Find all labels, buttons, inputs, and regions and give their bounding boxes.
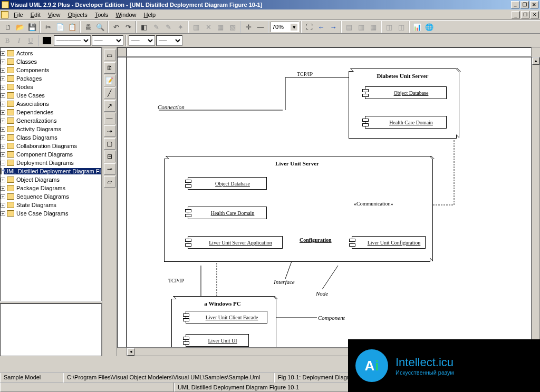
tree-item[interactable]: +Associations: [1, 100, 101, 108]
line-tool[interactable]: ╱: [104, 87, 115, 99]
tree-item[interactable]: UML Distilled Deployment Diagram Figure …: [1, 167, 101, 175]
tree-item[interactable]: +Sequence Diagrams: [1, 192, 101, 201]
crosshair-tool[interactable]: ✛: [243, 21, 254, 33]
menu-help[interactable]: Help: [140, 11, 160, 19]
cut-button[interactable]: ✂: [42, 21, 54, 33]
tree-item[interactable]: +Components: [1, 66, 101, 74]
component-health-care-domain-2[interactable]: Health Care Domain: [188, 207, 267, 219]
tree-item[interactable]: +Nodes: [1, 83, 101, 91]
line-color-swatch[interactable]: [43, 37, 51, 44]
tree-item[interactable]: +Component Diagrams: [1, 150, 101, 159]
line-style-select[interactable]: ──────: [54, 35, 91, 46]
align-3[interactable]: ▦: [368, 21, 379, 33]
group-2[interactable]: ◫: [396, 21, 407, 33]
component-liver-unit-client-facade[interactable]: Liver Unit Client Facade: [186, 311, 267, 324]
arrow-start-select[interactable]: ──: [129, 35, 155, 46]
minus-tool[interactable]: —: [255, 21, 266, 33]
menu-window[interactable]: Window: [112, 11, 140, 19]
mdi-minimize-button[interactable]: _: [512, 11, 520, 18]
underline-button[interactable]: U: [25, 35, 36, 46]
tree-item[interactable]: +Classes: [1, 57, 101, 66]
mdi-restore-button[interactable]: ❐: [521, 11, 529, 18]
tool-8[interactable]: ▧: [227, 21, 238, 33]
tree-item[interactable]: +State Diagrams: [1, 201, 101, 209]
bold-button[interactable]: B: [2, 35, 13, 46]
component-health-care-domain-1[interactable]: Health Care Domain: [365, 116, 447, 129]
align-2[interactable]: ▥: [355, 21, 367, 33]
new-button[interactable]: 🗋: [2, 21, 14, 33]
menu-tools[interactable]: Tools: [91, 11, 112, 19]
copy-button[interactable]: 📄: [54, 21, 66, 33]
component-liver-unit-configuration[interactable]: Liver Unit Configuration: [352, 236, 426, 249]
tree-item[interactable]: +Packages: [1, 74, 101, 83]
node-diabetes-unit-server[interactable]: Diabetes Unit Server Object Database Hea…: [349, 71, 457, 139]
select-tool[interactable]: ▭: [104, 50, 115, 61]
component-object-database-2[interactable]: Object Database: [188, 177, 267, 190]
package-tool[interactable]: ▱: [104, 176, 115, 188]
align-1[interactable]: ▤: [343, 21, 355, 33]
chart-button[interactable]: 📊: [411, 21, 423, 33]
scrollbar-vertical[interactable]: ▴ ▾: [532, 57, 540, 348]
node-tool[interactable]: ▢: [104, 138, 115, 150]
watermark-logo-icon: Ai: [355, 349, 388, 382]
dependency-tool[interactable]: ⇢: [104, 125, 115, 137]
connector-tool[interactable]: —: [104, 113, 115, 124]
arrow-end-select[interactable]: ──: [156, 35, 182, 46]
nav-next-button[interactable]: →: [327, 21, 339, 33]
tree-item[interactable]: +Package Diagrams: [1, 184, 101, 192]
component-liver-unit-server-application[interactable]: Liver Unit Server Application: [188, 236, 283, 249]
menu-file[interactable]: FFileile: [10, 11, 27, 19]
mdi-close-button[interactable]: ✕: [531, 11, 539, 18]
interface-tool[interactable]: ⊸: [104, 163, 115, 175]
zoom-combo[interactable]: 70%▾: [271, 22, 299, 32]
tree-item[interactable]: +Use Cases: [1, 91, 101, 100]
tree-item[interactable]: +Actors: [1, 49, 101, 57]
tool-4[interactable]: ✦: [175, 21, 186, 33]
tool-2[interactable]: ✎: [150, 21, 162, 33]
ruler-vertical: [117, 57, 127, 348]
minimize-button[interactable]: _: [511, 1, 519, 8]
zoom-fit-button[interactable]: ⛶: [303, 21, 315, 33]
model-tree[interactable]: +Actors+Classes+Components+Packages+Node…: [0, 47, 102, 301]
text-tool[interactable]: 📝: [104, 75, 115, 86]
close-button[interactable]: ✕: [530, 1, 538, 8]
tree-item[interactable]: +Class Diagrams: [1, 133, 101, 142]
tool-5[interactable]: ▥: [190, 21, 202, 33]
maximize-button[interactable]: ❐: [520, 1, 529, 8]
open-button[interactable]: 📂: [14, 21, 26, 33]
tree-item[interactable]: +Use Case Diagrams: [1, 209, 101, 218]
print-preview-button[interactable]: 🔍: [94, 21, 106, 33]
tree-item[interactable]: +Activity Diagrams: [1, 125, 101, 133]
arrow-tool[interactable]: ↗: [104, 100, 115, 112]
group-1[interactable]: ◫: [383, 21, 395, 33]
component-tool[interactable]: ⊟: [104, 151, 115, 162]
italic-button[interactable]: I: [14, 35, 24, 46]
tree-item[interactable]: +Object Diagrams: [1, 175, 101, 184]
node-liver-unit-server[interactable]: Liver Unit Server Object Database Health…: [164, 159, 430, 262]
globe-button[interactable]: 🌐: [423, 21, 435, 33]
paste-button[interactable]: 📋: [66, 21, 78, 33]
tree-item[interactable]: +Collaboration Diagrams: [1, 142, 101, 150]
tool-7[interactable]: ▦: [215, 21, 226, 33]
nav-prev-button[interactable]: ←: [315, 21, 327, 33]
tool-6[interactable]: ✕: [202, 21, 214, 33]
component-liver-unit-ui[interactable]: Liver Unit UI: [186, 334, 249, 347]
menu-objects[interactable]: Objects: [64, 11, 91, 19]
print-button[interactable]: 🖶: [82, 21, 94, 33]
save-button[interactable]: 💾: [26, 21, 38, 33]
node-title: a Windows PC: [172, 299, 273, 309]
diagram-canvas[interactable]: TCP/IP Connection Diabetes Unit Server O…: [127, 57, 532, 348]
menu-view[interactable]: View: [44, 11, 64, 19]
menu-edit[interactable]: Edit: [27, 11, 44, 19]
line-weight-select[interactable]: ──: [92, 35, 123, 46]
tool-1[interactable]: ◧: [138, 21, 150, 33]
node-windows-pc[interactable]: a Windows PC Liver Unit Client Facade Li…: [171, 299, 274, 348]
tree-item[interactable]: −Deployment Diagrams: [1, 159, 101, 167]
note-tool[interactable]: 🗎: [104, 62, 115, 74]
redo-button[interactable]: ↷: [122, 21, 134, 33]
tree-item[interactable]: +Dependencies: [1, 108, 101, 116]
undo-button[interactable]: ↶: [110, 21, 122, 33]
tool-3[interactable]: ✎: [162, 21, 174, 33]
tree-item[interactable]: +Generalizations: [1, 116, 101, 125]
component-object-database-1[interactable]: Object Database: [365, 86, 447, 99]
